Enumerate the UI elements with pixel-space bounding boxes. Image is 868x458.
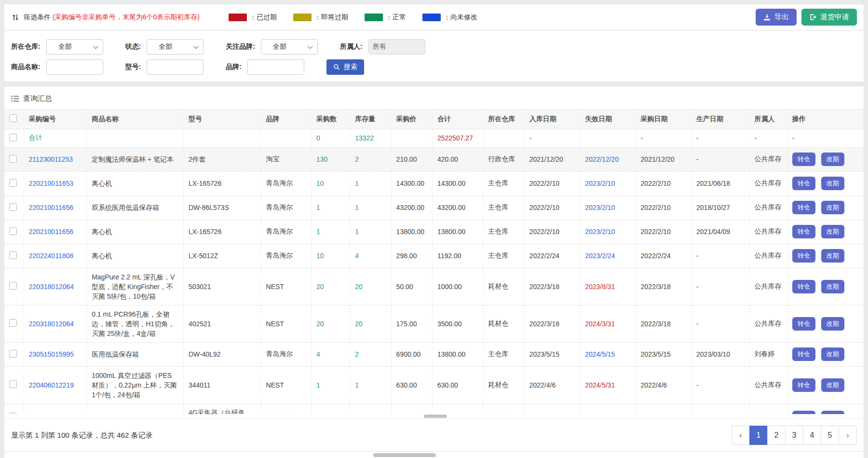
page-button[interactable]: › <box>839 426 857 445</box>
cell-owner: 公共库存 <box>749 244 787 268</box>
return-request-button[interactable]: 退货申请 <box>801 9 857 26</box>
po-number-link[interactable]: 220318012064 <box>29 320 74 328</box>
summary-expiry <box>580 129 636 147</box>
cell-total: 1000.00 <box>432 268 483 305</box>
reschedule-button[interactable]: 改期 <box>821 153 844 166</box>
cell-owner: 公共库存 <box>749 147 787 171</box>
cell-warehouse: 耗材仓 <box>483 268 524 305</box>
row-checkbox[interactable] <box>9 155 17 163</box>
po-number-link[interactable]: 220224011808 <box>29 252 73 260</box>
cell-buy-date: 2022/2/10 <box>636 171 691 195</box>
export-button[interactable]: 导出 <box>756 9 797 26</box>
model-input[interactable] <box>147 59 203 75</box>
row-checkbox[interactable] <box>9 251 17 259</box>
cell-buy-date: 2022/3/18 <box>636 268 691 305</box>
po-number-link[interactable]: 220210011656 <box>29 228 73 236</box>
cell-in-date: 2022/3/18 <box>524 305 580 342</box>
transfer-button[interactable]: 转仓 <box>792 347 815 361</box>
transfer-button[interactable]: 转仓 <box>792 201 815 214</box>
table-row: 220224011808 离心机 LX-5012Z 青岛海尔 10 4 298.… <box>4 244 864 268</box>
reschedule-button[interactable]: 改期 <box>821 347 844 361</box>
legend-unmodified-label: ：尚未修改 <box>444 13 477 22</box>
cell-product-name: 离心机 <box>87 244 184 268</box>
po-number-link[interactable]: 220210011653 <box>29 180 73 187</box>
brand-filter: 品牌: <box>226 59 304 75</box>
brand-focus-select[interactable]: 全部 <box>261 39 318 55</box>
po-number-link[interactable]: 220210011656 <box>29 204 73 211</box>
transfer-button[interactable]: 转仓 <box>792 378 815 392</box>
cell-price: 298.00 <box>391 244 432 268</box>
cell-in-date: 2023/6/27 <box>524 403 580 414</box>
transfer-button[interactable]: 转仓 <box>792 225 815 238</box>
reschedule-button[interactable]: 改期 <box>821 249 844 263</box>
product-name-input[interactable] <box>46 59 103 75</box>
reschedule-button[interactable]: 改期 <box>821 378 844 392</box>
brand-input[interactable] <box>247 59 304 75</box>
summary-warehouse <box>483 129 524 147</box>
cell-in-date: 2022/2/24 <box>524 244 580 268</box>
summary-owner: - <box>749 129 787 147</box>
row-checkbox[interactable] <box>9 227 17 235</box>
status-select[interactable]: 全部 <box>147 39 203 55</box>
column-header: 采购编号 <box>24 110 87 129</box>
cell-model: 2件套 <box>183 147 261 171</box>
cell-stock: 1 <box>350 220 391 244</box>
column-header: 所在仓库 <box>483 110 524 129</box>
page-button[interactable]: 4 <box>803 426 821 445</box>
reschedule-button[interactable]: 改期 <box>821 201 844 214</box>
scrollbar-thumb[interactable] <box>424 415 447 418</box>
legend-normal-label: ：正常 <box>386 13 406 22</box>
reschedule-button[interactable]: 改期 <box>821 317 844 331</box>
reschedule-button[interactable]: 改期 <box>821 177 844 190</box>
cell-actions: 转仓 改期 <box>787 268 864 305</box>
warehouse-select[interactable]: 全部 <box>46 39 103 55</box>
po-number-link[interactable]: 220318012064 <box>29 283 74 291</box>
reschedule-button[interactable]: 改期 <box>821 225 844 238</box>
cell-stock: 1 <box>350 366 391 403</box>
row-checkbox[interactable] <box>9 203 17 211</box>
row-checkbox[interactable] <box>9 282 17 290</box>
horizontal-scrollbar[interactable] <box>4 414 864 418</box>
page-button[interactable]: 3 <box>785 426 803 445</box>
cell-expiry-date: 2023/2/10 <box>580 195 636 220</box>
page-button[interactable]: 1 <box>749 426 768 445</box>
row-checkbox[interactable] <box>9 319 17 327</box>
po-number-link[interactable]: 211230011253 <box>29 155 73 163</box>
select-all-checkbox[interactable] <box>9 114 17 122</box>
column-header: 入库日期 <box>524 110 580 129</box>
reschedule-button[interactable]: 改期 <box>821 280 844 293</box>
summary-model <box>183 129 261 147</box>
reschedule-button[interactable]: 改期 <box>821 411 844 415</box>
summary-checkbox[interactable] <box>9 134 17 141</box>
transfer-button[interactable]: 转仓 <box>792 411 815 415</box>
transfer-button[interactable]: 转仓 <box>792 249 815 263</box>
records-info: 显示第 1 到第 100 条记录，总共 462 条记录 <box>11 431 152 440</box>
transfer-button[interactable]: 转仓 <box>792 153 815 166</box>
row-checkbox[interactable] <box>9 350 17 358</box>
cell-stock: 4 <box>350 244 391 268</box>
legend-normal: ：正常 <box>365 13 406 22</box>
summary-brand <box>261 129 311 147</box>
results-title: 查询汇总 <box>23 94 52 103</box>
normal-swatch <box>365 14 383 21</box>
bottom-scrollbar-thumb[interactable] <box>373 453 436 457</box>
cell-product-name: 1000mL 真空过滤器（PES材质），0.22μm 上杯，灭菌 1个/包，24… <box>87 366 184 403</box>
row-checkbox[interactable] <box>9 179 17 187</box>
transfer-button[interactable]: 转仓 <box>792 177 815 190</box>
transfer-button[interactable]: 转仓 <box>792 280 815 293</box>
cell-total: 630.00 <box>432 366 483 403</box>
chevron-down-icon <box>308 43 313 49</box>
legend-expired-label: ：已过期 <box>250 13 277 22</box>
transfer-button[interactable]: 转仓 <box>792 317 815 331</box>
row-checkbox[interactable] <box>9 380 17 388</box>
page-button[interactable]: ‹ <box>732 426 750 445</box>
po-number-link[interactable]: 230515015995 <box>29 350 74 358</box>
cell-brand: NEST <box>261 268 311 305</box>
search-button[interactable]: 搜索 <box>326 59 364 75</box>
cell-brand: NEST <box>261 366 311 403</box>
summary-total: 2522507.27 <box>432 129 483 147</box>
page-button[interactable]: 5 <box>821 426 839 445</box>
po-number-link[interactable]: 220406012219 <box>29 381 74 389</box>
page-button[interactable]: 2 <box>767 426 786 445</box>
results-panel: 查询汇总 采购编号商品名称型号品牌采购数库存量采购价合计所在仓库入库日期失效日期… <box>4 86 864 452</box>
